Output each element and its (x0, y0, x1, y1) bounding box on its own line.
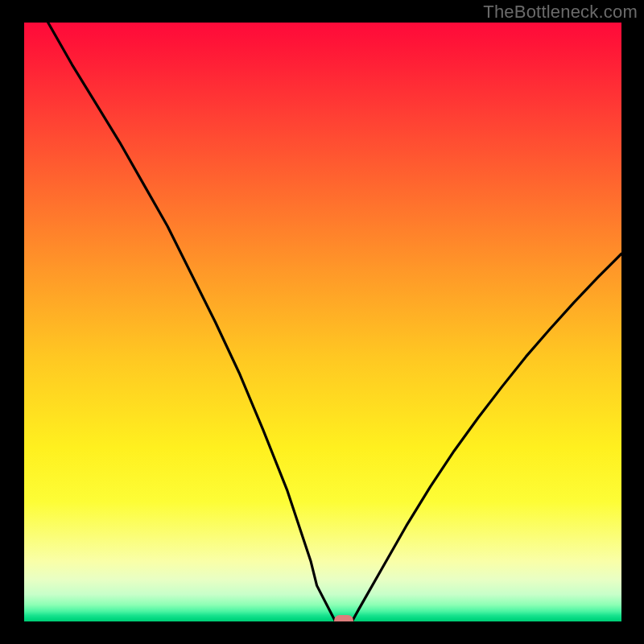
watermark-text: TheBottleneck.com (483, 2, 638, 23)
chart-frame: TheBottleneck.com (0, 0, 644, 644)
optimal-point-marker (334, 615, 353, 622)
bottleneck-curve (24, 23, 621, 621)
plot-area (24, 23, 621, 621)
